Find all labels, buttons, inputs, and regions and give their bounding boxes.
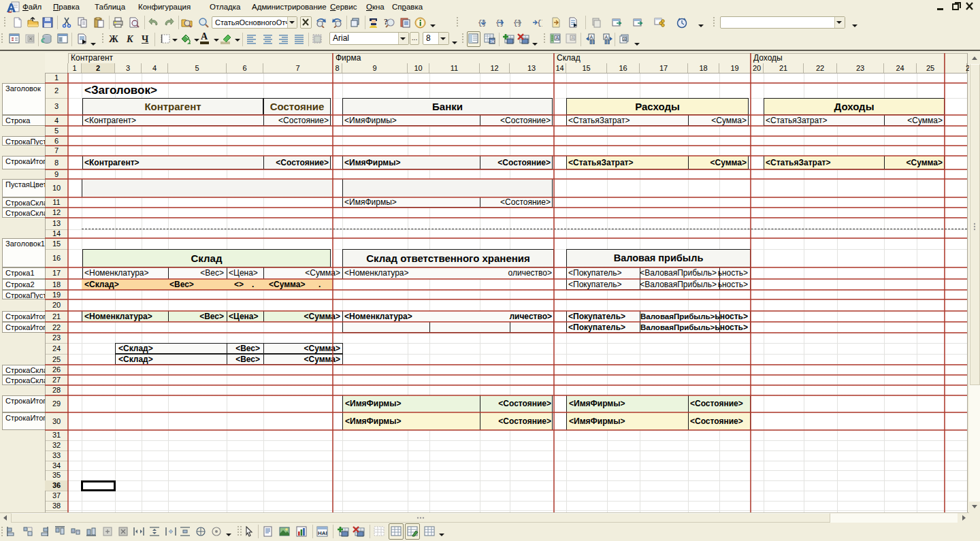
svg-text:A: A [605,35,608,39]
svg-text:{}: {} [537,19,542,27]
svg-text:НАI: НАI [318,530,327,536]
svg-text:A: A [556,35,559,40]
svg-text:A: A [572,35,575,40]
svg-text:{}: {} [495,19,504,27]
svg-text:A: A [623,37,626,42]
svg-text:эк: эк [490,39,495,44]
svg-text:A: A [590,35,593,39]
svg-text:{}: {} [513,19,522,27]
